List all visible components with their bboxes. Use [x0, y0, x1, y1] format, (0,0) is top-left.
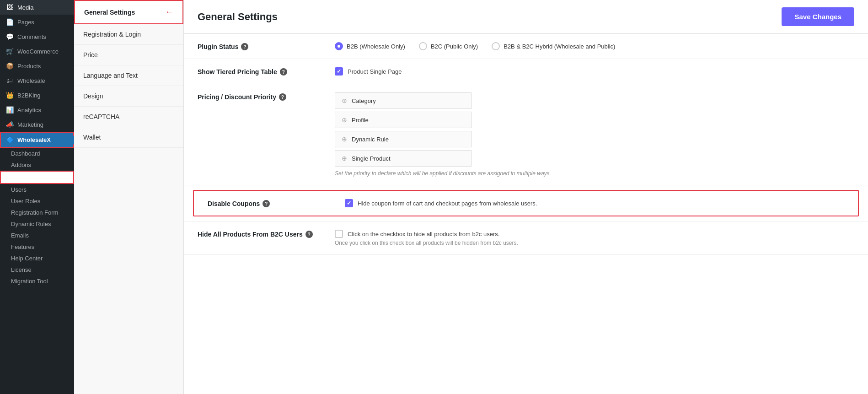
disable-coupons-content: Hide coupon form of cart and checkout pa…: [345, 199, 844, 207]
sidebar-sub-license[interactable]: License: [0, 264, 74, 275]
sidebar-sub-features[interactable]: Features: [0, 241, 74, 253]
radio-b2c[interactable]: B2C (Public Only): [419, 42, 478, 50]
pricing-priority-label: Pricing / Discount Priority ?: [198, 92, 326, 101]
tiered-pricing-content: Product Single Page: [335, 67, 854, 76]
settings-nav-language[interactable]: Language and Text: [74, 65, 183, 86]
pricing-priority-row: Pricing / Discount Priority ? ⊕ Category…: [184, 84, 868, 185]
tiered-pricing-row: Show Tiered Pricing Table ? Product Sing…: [184, 59, 868, 84]
wholesalex-icon: 🔷: [6, 136, 14, 143]
tiered-pricing-checkbox[interactable]: [335, 67, 343, 76]
b2bking-icon: 👑: [5, 92, 14, 99]
radio-hybrid[interactable]: B2B & B2C Hybrid (Wholesale and Public): [492, 42, 615, 50]
sidebar-item-products[interactable]: 📦 Products: [0, 59, 74, 73]
priority-item-category[interactable]: ⊕ Category: [335, 92, 472, 109]
marketing-icon: 📣: [5, 121, 14, 128]
radio-b2b[interactable]: B2B (Wholesale Only): [335, 42, 405, 50]
sidebar-item-wholesalex[interactable]: 🔷 WholesaleX: [0, 132, 74, 148]
disable-coupons-help-icon[interactable]: ?: [263, 200, 270, 207]
settings-nav-price[interactable]: Price: [74, 45, 183, 65]
pricing-priority-help-icon[interactable]: ?: [279, 93, 286, 101]
drag-icon-profile: ⊕: [342, 116, 347, 124]
sidebar-sub-settings[interactable]: Settings: [0, 171, 74, 184]
radio-b2c-circle: [419, 42, 427, 50]
sidebar-item-pages[interactable]: 📄 Pages: [0, 15, 74, 29]
sidebar-item-wholesale[interactable]: 🏷 Wholesale: [0, 73, 74, 88]
sidebar-item-marketing[interactable]: 📣 Marketing: [0, 117, 74, 132]
hide-products-checkbox[interactable]: [335, 230, 343, 238]
main-area: General Settings ← Registration & Login …: [74, 0, 868, 394]
priority-item-single-product[interactable]: ⊕ Single Product: [335, 150, 472, 167]
hide-products-subtext: Once you click on this check box all pro…: [335, 240, 854, 246]
sidebar-item-b2bking[interactable]: 👑 B2BKing: [0, 88, 74, 103]
sidebar-item-woocommerce[interactable]: 🛒 WooCommerce: [0, 44, 74, 59]
pricing-priority-content: ⊕ Category ⊕ Profile ⊕ Dynamic Rule ⊕ Si…: [335, 92, 854, 177]
priority-item-profile[interactable]: ⊕ Profile: [335, 112, 472, 128]
media-icon: 🖼: [5, 4, 14, 11]
settings-nav-general[interactable]: General Settings ←: [74, 0, 183, 24]
settings-nav-recaptcha[interactable]: reCAPTCHA: [74, 107, 183, 127]
page-title: General Settings: [198, 11, 278, 23]
hide-products-label: Hide All Products From B2C Users ?: [198, 230, 326, 238]
tiered-pricing-checkbox-option: Product Single Page: [335, 67, 854, 76]
sidebar: 🖼 Media 📄 Pages 💬 Comments 🛒 WooCommerce…: [0, 0, 74, 394]
hide-products-help-icon[interactable]: ?: [305, 231, 313, 238]
sidebar-sub-help-center[interactable]: Help Center: [0, 253, 74, 264]
plugin-status-help-icon[interactable]: ?: [241, 43, 248, 50]
disable-coupons-row: ➜ Disable Coupons ? Hide coupon form of …: [193, 190, 859, 216]
products-icon: 📦: [5, 62, 14, 70]
analytics-icon: 📊: [5, 106, 14, 113]
disable-coupons-label: Disable Coupons ?: [208, 199, 336, 207]
sidebar-sub-users[interactable]: Users: [0, 184, 74, 195]
disable-coupons-checkbox[interactable]: [345, 199, 353, 207]
radio-hybrid-circle: [492, 42, 500, 50]
content-area: General Settings Save Changes Plugin Sta…: [184, 0, 868, 394]
settings-nav: General Settings ← Registration & Login …: [74, 0, 184, 394]
wholesalex-arrow: [73, 135, 74, 145]
plugin-status-row: Plugin Status ? B2B (Wholesale Only) B2C…: [184, 34, 868, 59]
sidebar-sub-addons[interactable]: Addons: [0, 159, 74, 171]
drag-icon-single-product: ⊕: [342, 155, 347, 162]
hide-products-content: Click on the checkbox to hide all produc…: [335, 230, 854, 246]
drag-icon-category: ⊕: [342, 97, 347, 104]
sidebar-sub-dashboard[interactable]: Dashboard: [0, 148, 74, 159]
save-button[interactable]: Save Changes: [782, 7, 854, 26]
plugin-status-radio-group: B2B (Wholesale Only) B2C (Public Only) B…: [335, 42, 854, 50]
priority-item-dynamic-rule[interactable]: ⊕ Dynamic Rule: [335, 131, 472, 147]
sidebar-sub-registration-form[interactable]: Registration Form: [0, 207, 74, 218]
sidebar-sub-emails[interactable]: Emails: [0, 230, 74, 241]
priority-list: ⊕ Category ⊕ Profile ⊕ Dynamic Rule ⊕ Si…: [335, 92, 472, 167]
drag-icon-dynamic-rule: ⊕: [342, 135, 347, 143]
settings-nav-design[interactable]: Design: [74, 86, 183, 107]
tiered-pricing-help-icon[interactable]: ?: [280, 68, 287, 76]
plugin-status-label: Plugin Status ?: [198, 42, 326, 50]
content-header: General Settings Save Changes: [184, 0, 868, 34]
woocommerce-icon: 🛒: [5, 48, 14, 55]
pages-icon: 📄: [5, 18, 14, 26]
settings-nav-wallet[interactable]: Wallet: [74, 127, 183, 148]
tiered-pricing-label: Show Tiered Pricing Table ?: [198, 67, 326, 76]
sidebar-item-analytics[interactable]: 📊 Analytics: [0, 103, 74, 117]
disable-coupons-section: ➜ Disable Coupons ? Hide coupon form of …: [184, 185, 868, 221]
sidebar-item-comments[interactable]: 💬 Comments: [0, 29, 74, 44]
sidebar-sub-dynamic-rules[interactable]: Dynamic Rules: [0, 218, 74, 230]
hide-products-checkbox-option: Click on the checkbox to hide all produc…: [335, 230, 854, 238]
disable-coupons-checkbox-option: Hide coupon form of cart and checkout pa…: [345, 199, 844, 207]
radio-b2b-circle: [335, 42, 343, 50]
wholesale-icon: 🏷: [5, 77, 14, 84]
comments-icon: 💬: [5, 33, 14, 40]
plugin-status-content: B2B (Wholesale Only) B2C (Public Only) B…: [335, 42, 854, 50]
sidebar-sub-migration-tool[interactable]: Migration Tool: [0, 275, 74, 287]
settings-nav-registration[interactable]: Registration & Login: [74, 24, 183, 45]
priority-hint: Set the priority to declare which will b…: [335, 170, 854, 177]
sidebar-item-media[interactable]: 🖼 Media: [0, 0, 74, 15]
hide-products-row: Hide All Products From B2C Users ? Click…: [184, 221, 868, 255]
sidebar-sub-user-roles[interactable]: User Roles: [0, 195, 74, 207]
